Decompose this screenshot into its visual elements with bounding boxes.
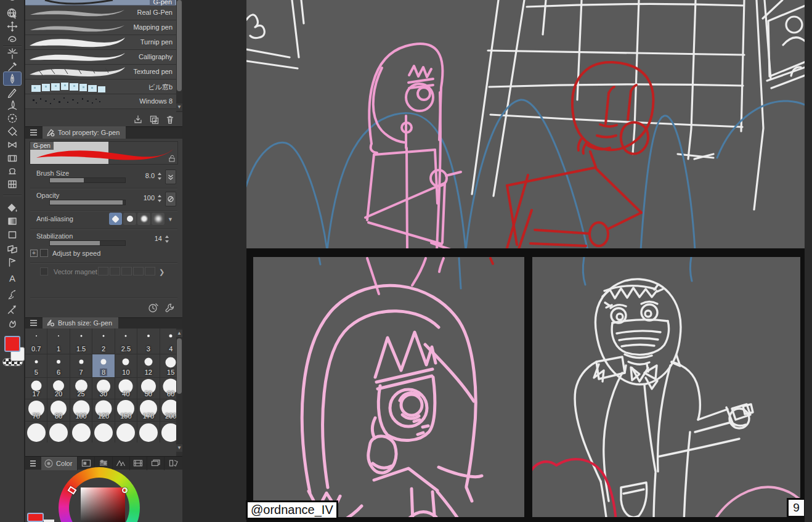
wrench-icon[interactable] bbox=[164, 303, 175, 313]
vector-magnet-option[interactable] bbox=[133, 267, 144, 275]
panel-menu-icon[interactable] bbox=[30, 463, 36, 464]
panel-menu-icon[interactable] bbox=[30, 322, 37, 324]
canvas-area[interactable]: @ordnance_IV 9 bbox=[182, 0, 812, 522]
balloon-tool-icon[interactable] bbox=[4, 288, 21, 301]
size-option[interactable]: 100 bbox=[70, 399, 92, 421]
decoration-tool-icon[interactable] bbox=[4, 138, 21, 151]
subtool-item-turnip-pen[interactable]: Turnip pen bbox=[25, 35, 182, 50]
size-option[interactable]: 70 bbox=[25, 399, 47, 421]
tab-color-mixer[interactable] bbox=[164, 457, 182, 470]
subtool-item-textured-pen[interactable]: Textured pen bbox=[25, 65, 182, 80]
curve-pen-icon[interactable] bbox=[4, 99, 21, 112]
anti-aliasing-strong-button[interactable] bbox=[152, 213, 164, 225]
brush-size-value[interactable]: 8.0 bbox=[136, 172, 155, 179]
size-option[interactable]: 12 bbox=[137, 354, 160, 377]
lasso-tool-icon[interactable] bbox=[4, 33, 21, 46]
size-option[interactable]: 5 bbox=[25, 354, 47, 377]
history-icon[interactable] bbox=[148, 303, 158, 313]
stabilization-stepper[interactable] bbox=[164, 235, 170, 243]
size-option[interactable]: 7 bbox=[70, 354, 92, 377]
trash-icon[interactable] bbox=[165, 115, 175, 124]
sub-color-chip[interactable] bbox=[44, 520, 54, 522]
size-option[interactable]: 40 bbox=[115, 378, 137, 399]
object-tool-icon[interactable] bbox=[4, 7, 21, 20]
sphere-icon[interactable] bbox=[4, 0, 21, 7]
pen-tool-icon[interactable] bbox=[4, 72, 21, 85]
panel-menu-icon[interactable] bbox=[30, 132, 37, 133]
tool-property-tab[interactable]: Tool property: G-pen bbox=[43, 126, 126, 139]
frame-tool-icon[interactable] bbox=[4, 228, 21, 241]
opacity-value[interactable]: 100 bbox=[136, 194, 155, 202]
vector-magnet-option[interactable] bbox=[145, 267, 155, 275]
size-option[interactable]: 3 bbox=[137, 328, 160, 354]
vector-magnet-option[interactable] bbox=[121, 267, 132, 275]
text-tool-icon[interactable]: A bbox=[4, 272, 21, 285]
brush-size-scrollbar[interactable]: ▲ ▼ bbox=[176, 328, 182, 456]
anti-aliasing-expand-icon[interactable]: ▼ bbox=[168, 216, 173, 222]
size-option[interactable]: 20 bbox=[47, 378, 70, 399]
brush-size-dynamics-button[interactable] bbox=[165, 169, 176, 184]
brush-size-stepper[interactable] bbox=[157, 173, 163, 180]
anti-aliasing-medium-button[interactable] bbox=[137, 213, 150, 225]
opacity-slider[interactable] bbox=[49, 200, 126, 205]
adjust-by-speed-checkbox[interactable] bbox=[40, 249, 48, 257]
stabilization-value[interactable]: 14 bbox=[144, 235, 162, 242]
size-option[interactable]: 80 bbox=[47, 399, 70, 421]
fill-tool-icon[interactable] bbox=[4, 201, 21, 214]
vector-magnet-expand-icon[interactable]: ❯ bbox=[159, 268, 164, 276]
sv-marker[interactable] bbox=[122, 487, 128, 493]
brush-size-tab[interactable]: Brush size: G-pen bbox=[43, 317, 118, 328]
film-tool-icon[interactable] bbox=[4, 152, 21, 165]
size-option[interactable] bbox=[47, 422, 70, 442]
size-option[interactable]: 17 bbox=[25, 378, 47, 399]
size-option-selected[interactable]: 8 bbox=[92, 354, 115, 377]
size-option[interactable]: 25 bbox=[70, 378, 92, 399]
size-option[interactable] bbox=[92, 422, 115, 442]
airbrush-icon[interactable] bbox=[4, 112, 21, 124]
subtool-item-building-window[interactable]: ビル窓b bbox=[25, 80, 182, 94]
size-option[interactable] bbox=[25, 422, 47, 442]
eyedropper-icon[interactable] bbox=[4, 60, 21, 73]
import-icon[interactable] bbox=[133, 115, 143, 124]
current-color-chip[interactable] bbox=[27, 513, 44, 522]
pencil-tool-icon[interactable] bbox=[4, 86, 21, 99]
size-option[interactable]: 2.5 bbox=[115, 328, 137, 354]
blend-tool-icon[interactable] bbox=[4, 317, 21, 330]
tab-color-history[interactable] bbox=[147, 457, 164, 470]
scroll-down-icon[interactable]: ▼ bbox=[176, 444, 182, 452]
subtool-scrollbar[interactable]: ▼ bbox=[176, 0, 182, 112]
foreground-color-swatch[interactable] bbox=[4, 336, 20, 352]
subtool-item-mapping-pen[interactable]: Mapping pen bbox=[25, 20, 182, 35]
polyline-tool-icon[interactable] bbox=[4, 255, 21, 268]
magic-wand-icon[interactable] bbox=[4, 47, 21, 60]
subtool-item-windows8[interactable]: Windows 8 bbox=[25, 94, 182, 109]
opacity-stepper[interactable] bbox=[157, 195, 163, 202]
scroll-up-icon[interactable]: ▲ bbox=[176, 330, 182, 337]
size-option[interactable]: 50 bbox=[137, 378, 160, 399]
stabilization-slider[interactable] bbox=[49, 240, 126, 246]
eraser-icon[interactable] bbox=[4, 124, 21, 137]
stamp-tool-icon[interactable] bbox=[4, 165, 21, 177]
add-subtool-icon[interactable] bbox=[149, 115, 159, 124]
size-option[interactable]: 150 bbox=[115, 399, 137, 421]
figure-grid-icon[interactable] bbox=[4, 177, 21, 190]
size-option[interactable]: 6 bbox=[47, 354, 70, 377]
size-option[interactable]: 30 bbox=[92, 378, 115, 399]
tab-approx-color[interactable] bbox=[113, 457, 130, 470]
anti-aliasing-weak-button[interactable] bbox=[123, 213, 136, 225]
size-option[interactable] bbox=[115, 422, 137, 442]
vector-magnet-option[interactable] bbox=[110, 267, 120, 275]
size-option[interactable]: 10 bbox=[115, 354, 137, 377]
gradient-tool-icon[interactable] bbox=[4, 214, 21, 227]
scrollbar-thumb[interactable] bbox=[177, 338, 182, 394]
size-option[interactable] bbox=[137, 422, 160, 442]
anti-aliasing-none-button[interactable] bbox=[109, 213, 122, 225]
multi-frame-icon[interactable] bbox=[4, 242, 21, 255]
opacity-dynamics-button[interactable] bbox=[165, 192, 176, 206]
subtool-item-calligraphy[interactable]: Calligraphy bbox=[25, 50, 182, 65]
comic-page[interactable]: @ordnance_IV 9 bbox=[246, 0, 805, 522]
size-option[interactable]: 1 bbox=[47, 328, 70, 354]
size-option[interactable]: 170 bbox=[137, 399, 160, 421]
size-option[interactable]: 2 bbox=[92, 328, 115, 354]
saturation-value-box[interactable] bbox=[81, 487, 125, 522]
